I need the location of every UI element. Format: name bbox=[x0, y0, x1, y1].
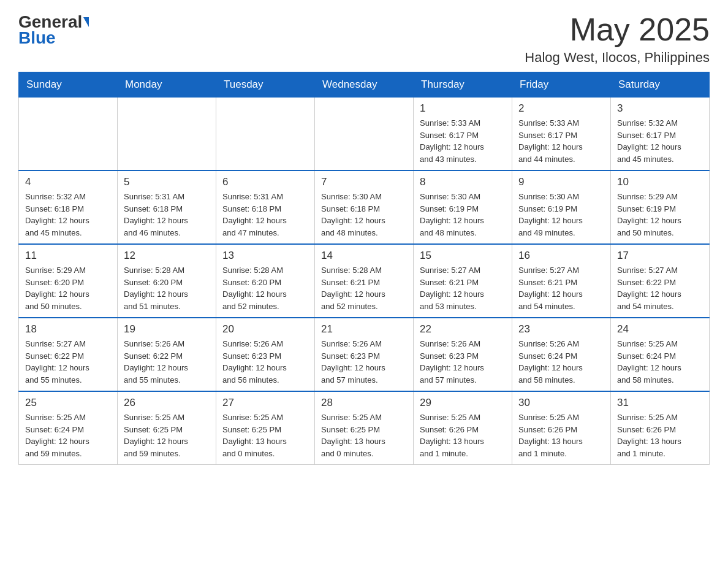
calendar-day-cell: 21Sunrise: 5:26 AM Sunset: 6:23 PM Dayli… bbox=[315, 318, 414, 391]
day-info: Sunrise: 5:28 AM Sunset: 6:21 PM Dayligh… bbox=[321, 264, 407, 312]
day-info: Sunrise: 5:26 AM Sunset: 6:22 PM Dayligh… bbox=[124, 338, 210, 386]
calendar-week-row: 18Sunrise: 5:27 AM Sunset: 6:22 PM Dayli… bbox=[19, 318, 710, 391]
location-subtitle: Halog West, Ilocos, Philippines bbox=[525, 50, 710, 66]
weekday-header-friday: Friday bbox=[512, 72, 611, 98]
calendar-day-cell: 7Sunrise: 5:30 AM Sunset: 6:18 PM Daylig… bbox=[315, 170, 414, 244]
calendar-day-cell bbox=[315, 98, 414, 171]
day-info: Sunrise: 5:30 AM Sunset: 6:18 PM Dayligh… bbox=[321, 191, 407, 239]
calendar-table: SundayMondayTuesdayWednesdayThursdayFrid… bbox=[18, 72, 710, 465]
day-number: 10 bbox=[617, 176, 703, 188]
calendar-week-row: 1Sunrise: 5:33 AM Sunset: 6:17 PM Daylig… bbox=[19, 98, 710, 171]
logo-blue: Blue bbox=[18, 28, 56, 48]
calendar-day-cell: 19Sunrise: 5:26 AM Sunset: 6:22 PM Dayli… bbox=[118, 318, 216, 391]
day-info: Sunrise: 5:25 AM Sunset: 6:25 PM Dayligh… bbox=[222, 412, 308, 459]
calendar-day-cell bbox=[118, 98, 216, 171]
calendar-day-cell: 30Sunrise: 5:25 AM Sunset: 6:26 PM Dayli… bbox=[512, 391, 611, 465]
calendar-day-cell: 9Sunrise: 5:30 AM Sunset: 6:19 PM Daylig… bbox=[512, 170, 611, 244]
day-number: 16 bbox=[518, 250, 604, 262]
calendar-day-cell: 28Sunrise: 5:25 AM Sunset: 6:25 PM Dayli… bbox=[315, 391, 414, 465]
day-info: Sunrise: 5:25 AM Sunset: 6:25 PM Dayligh… bbox=[321, 412, 407, 459]
day-number: 20 bbox=[222, 323, 308, 335]
day-info: Sunrise: 5:28 AM Sunset: 6:20 PM Dayligh… bbox=[124, 264, 210, 312]
day-number: 19 bbox=[124, 323, 210, 335]
day-number: 12 bbox=[124, 250, 210, 262]
day-info: Sunrise: 5:26 AM Sunset: 6:24 PM Dayligh… bbox=[518, 338, 604, 386]
day-number: 24 bbox=[617, 323, 703, 335]
day-info: Sunrise: 5:33 AM Sunset: 6:17 PM Dayligh… bbox=[518, 117, 604, 165]
day-info: Sunrise: 5:32 AM Sunset: 6:18 PM Dayligh… bbox=[25, 191, 111, 239]
day-info: Sunrise: 5:26 AM Sunset: 6:23 PM Dayligh… bbox=[420, 338, 506, 386]
day-number: 8 bbox=[420, 176, 506, 188]
day-number: 31 bbox=[617, 397, 703, 409]
logo-triangle-icon bbox=[83, 17, 89, 27]
day-info: Sunrise: 5:25 AM Sunset: 6:24 PM Dayligh… bbox=[617, 338, 703, 386]
day-number: 18 bbox=[25, 323, 111, 335]
day-info: Sunrise: 5:29 AM Sunset: 6:20 PM Dayligh… bbox=[25, 264, 111, 312]
weekday-header-row: SundayMondayTuesdayWednesdayThursdayFrid… bbox=[19, 72, 710, 98]
calendar-day-cell: 3Sunrise: 5:32 AM Sunset: 6:17 PM Daylig… bbox=[611, 98, 710, 171]
weekday-header-thursday: Thursday bbox=[414, 72, 512, 98]
calendar-week-row: 11Sunrise: 5:29 AM Sunset: 6:20 PM Dayli… bbox=[19, 244, 710, 318]
weekday-header-monday: Monday bbox=[118, 72, 216, 98]
calendar-day-cell: 31Sunrise: 5:25 AM Sunset: 6:26 PM Dayli… bbox=[611, 391, 710, 465]
day-number: 9 bbox=[518, 176, 604, 188]
calendar-day-cell: 14Sunrise: 5:28 AM Sunset: 6:21 PM Dayli… bbox=[315, 244, 414, 318]
day-number: 2 bbox=[518, 102, 604, 115]
day-number: 6 bbox=[222, 176, 308, 188]
day-info: Sunrise: 5:28 AM Sunset: 6:20 PM Dayligh… bbox=[222, 264, 308, 312]
day-info: Sunrise: 5:26 AM Sunset: 6:23 PM Dayligh… bbox=[222, 338, 308, 386]
calendar-day-cell bbox=[19, 98, 118, 171]
day-number: 7 bbox=[321, 176, 407, 188]
day-number: 15 bbox=[420, 250, 506, 262]
weekday-header-tuesday: Tuesday bbox=[216, 72, 315, 98]
calendar-day-cell: 27Sunrise: 5:25 AM Sunset: 6:25 PM Dayli… bbox=[216, 391, 315, 465]
calendar-day-cell: 26Sunrise: 5:25 AM Sunset: 6:25 PM Dayli… bbox=[118, 391, 216, 465]
day-info: Sunrise: 5:27 AM Sunset: 6:22 PM Dayligh… bbox=[25, 338, 111, 386]
day-info: Sunrise: 5:25 AM Sunset: 6:26 PM Dayligh… bbox=[518, 412, 604, 459]
day-number: 29 bbox=[420, 397, 506, 409]
calendar-day-cell: 18Sunrise: 5:27 AM Sunset: 6:22 PM Dayli… bbox=[19, 318, 118, 391]
calendar-day-cell: 13Sunrise: 5:28 AM Sunset: 6:20 PM Dayli… bbox=[216, 244, 315, 318]
day-info: Sunrise: 5:31 AM Sunset: 6:18 PM Dayligh… bbox=[124, 191, 210, 239]
calendar-day-cell: 15Sunrise: 5:27 AM Sunset: 6:21 PM Dayli… bbox=[414, 244, 512, 318]
calendar-day-cell bbox=[216, 98, 315, 171]
day-number: 17 bbox=[617, 250, 703, 262]
day-number: 14 bbox=[321, 250, 407, 262]
calendar-day-cell: 8Sunrise: 5:30 AM Sunset: 6:19 PM Daylig… bbox=[414, 170, 512, 244]
day-info: Sunrise: 5:27 AM Sunset: 6:21 PM Dayligh… bbox=[420, 264, 506, 312]
calendar-day-cell: 4Sunrise: 5:32 AM Sunset: 6:18 PM Daylig… bbox=[19, 170, 118, 244]
calendar-day-cell: 29Sunrise: 5:25 AM Sunset: 6:26 PM Dayli… bbox=[414, 391, 512, 465]
calendar-day-cell: 23Sunrise: 5:26 AM Sunset: 6:24 PM Dayli… bbox=[512, 318, 611, 391]
day-number: 28 bbox=[321, 397, 407, 409]
day-number: 26 bbox=[124, 397, 210, 409]
day-info: Sunrise: 5:25 AM Sunset: 6:25 PM Dayligh… bbox=[124, 412, 210, 459]
day-info: Sunrise: 5:31 AM Sunset: 6:18 PM Dayligh… bbox=[222, 191, 308, 239]
weekday-header-saturday: Saturday bbox=[611, 72, 710, 98]
day-info: Sunrise: 5:30 AM Sunset: 6:19 PM Dayligh… bbox=[420, 191, 506, 239]
calendar-day-cell: 17Sunrise: 5:27 AM Sunset: 6:22 PM Dayli… bbox=[611, 244, 710, 318]
day-number: 22 bbox=[420, 323, 506, 335]
day-info: Sunrise: 5:27 AM Sunset: 6:22 PM Dayligh… bbox=[617, 264, 703, 312]
day-number: 27 bbox=[222, 397, 308, 409]
day-info: Sunrise: 5:30 AM Sunset: 6:19 PM Dayligh… bbox=[518, 191, 604, 239]
calendar-day-cell: 16Sunrise: 5:27 AM Sunset: 6:21 PM Dayli… bbox=[512, 244, 611, 318]
day-info: Sunrise: 5:27 AM Sunset: 6:21 PM Dayligh… bbox=[518, 264, 604, 312]
calendar-day-cell: 6Sunrise: 5:31 AM Sunset: 6:18 PM Daylig… bbox=[216, 170, 315, 244]
calendar-day-cell: 20Sunrise: 5:26 AM Sunset: 6:23 PM Dayli… bbox=[216, 318, 315, 391]
day-number: 5 bbox=[124, 176, 210, 188]
title-section: May 2025 Halog West, Ilocos, Philippines bbox=[525, 12, 710, 66]
calendar-day-cell: 5Sunrise: 5:31 AM Sunset: 6:18 PM Daylig… bbox=[118, 170, 216, 244]
day-info: Sunrise: 5:25 AM Sunset: 6:26 PM Dayligh… bbox=[617, 412, 703, 459]
calendar-day-cell: 1Sunrise: 5:33 AM Sunset: 6:17 PM Daylig… bbox=[414, 98, 512, 171]
calendar-week-row: 25Sunrise: 5:25 AM Sunset: 6:24 PM Dayli… bbox=[19, 391, 710, 465]
day-info: Sunrise: 5:25 AM Sunset: 6:26 PM Dayligh… bbox=[420, 412, 506, 459]
calendar-day-cell: 24Sunrise: 5:25 AM Sunset: 6:24 PM Dayli… bbox=[611, 318, 710, 391]
calendar-day-cell: 12Sunrise: 5:28 AM Sunset: 6:20 PM Dayli… bbox=[118, 244, 216, 318]
day-number: 13 bbox=[222, 250, 308, 262]
page-header: General Blue May 2025 Halog West, Ilocos… bbox=[18, 12, 710, 66]
weekday-header-sunday: Sunday bbox=[19, 72, 118, 98]
calendar-day-cell: 2Sunrise: 5:33 AM Sunset: 6:17 PM Daylig… bbox=[512, 98, 611, 171]
day-number: 3 bbox=[617, 102, 703, 115]
day-number: 30 bbox=[518, 397, 604, 409]
weekday-header-wednesday: Wednesday bbox=[315, 72, 414, 98]
